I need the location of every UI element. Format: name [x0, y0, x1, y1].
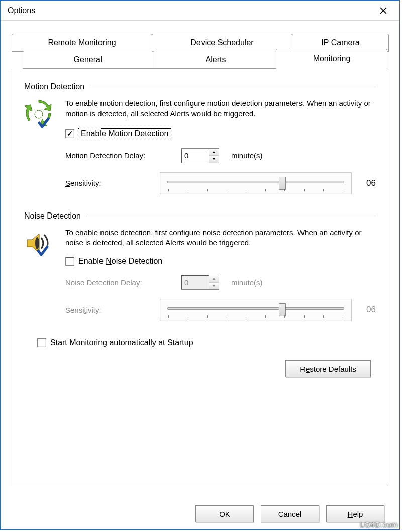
- tab-general[interactable]: General: [23, 51, 153, 69]
- svg-point-1: [35, 237, 39, 249]
- enable-noise-checkbox[interactable]: [65, 257, 74, 266]
- spinner-down-icon[interactable]: ▼: [209, 156, 219, 163]
- tab-alerts[interactable]: Alerts: [153, 51, 278, 69]
- window-title: Options: [8, 6, 372, 15]
- startup-monitoring-checkbox[interactable]: [37, 338, 46, 347]
- tab-device-scheduler[interactable]: Device Scheduler: [152, 34, 292, 52]
- cancel-button[interactable]: Cancel: [261, 505, 319, 522]
- watermark: LO4D.com: [360, 520, 398, 529]
- motion-sensitivity-label: Sensitivity:: [65, 179, 160, 187]
- spinner-up-icon[interactable]: ▲: [209, 149, 219, 156]
- motion-sensitivity-value: 06: [359, 178, 376, 188]
- slider-track: [167, 181, 344, 183]
- slider-track: [167, 307, 344, 310]
- close-icon: [380, 7, 387, 14]
- noise-delay-spinner[interactable]: 0 ▲ ▼: [181, 275, 219, 290]
- monitoring-panel: Motion Detection To: [12, 69, 388, 486]
- dialog-button-row: OK Cancel Help: [195, 505, 384, 522]
- noise-group: To enable noise detection, first configu…: [24, 228, 376, 326]
- slider-ticks: [168, 315, 343, 318]
- enable-motion-checkbox[interactable]: [65, 129, 74, 138]
- svg-point-0: [35, 110, 43, 118]
- startup-monitoring-label: Start Monitoring automatically at Startu…: [50, 338, 193, 347]
- recycle-check-icon: [24, 99, 53, 129]
- slider-thumb[interactable]: [279, 303, 286, 316]
- divider: [89, 87, 376, 87]
- help-button[interactable]: Help: [326, 505, 384, 522]
- ok-button[interactable]: OK: [195, 505, 254, 522]
- close-button[interactable]: [372, 3, 394, 18]
- dialog-content: Remote Monitoring Device Scheduler IP Ca…: [1, 21, 399, 487]
- motion-group-title: Motion Detection: [24, 82, 84, 91]
- speaker-check-icon: [24, 229, 53, 258]
- motion-delay-value[interactable]: 0: [181, 149, 209, 163]
- noise-sensitivity-value: 06: [359, 305, 376, 315]
- titlebar: Options: [1, 1, 399, 21]
- tab-strip: Remote Monitoring Device Scheduler IP Ca…: [12, 34, 388, 70]
- spinner-down-icon[interactable]: ▼: [209, 283, 219, 290]
- noise-delay-unit: minute(s): [231, 278, 263, 287]
- motion-delay-unit: minute(s): [231, 151, 263, 160]
- tab-remote-monitoring[interactable]: Remote Monitoring: [12, 34, 152, 52]
- motion-description: To enable motion detection, first config…: [65, 98, 376, 119]
- noise-delay-value[interactable]: 0: [181, 275, 209, 289]
- noise-delay-label: Noise Detection Delay:: [65, 278, 181, 287]
- motion-delay-spinner[interactable]: 0 ▲ ▼: [181, 148, 219, 163]
- divider: [86, 216, 376, 216]
- motion-sensitivity-slider[interactable]: [160, 172, 352, 194]
- enable-motion-label: Enable Motion Detection: [78, 128, 171, 139]
- enable-noise-label: Enable Noise Detection: [78, 257, 162, 266]
- slider-thumb[interactable]: [279, 177, 286, 190]
- spinner-up-icon[interactable]: ▲: [209, 275, 219, 283]
- motion-group: To enable motion detection, first config…: [24, 98, 376, 198]
- slider-ticks: [168, 189, 343, 192]
- noise-sensitivity-slider[interactable]: [160, 299, 352, 321]
- restore-defaults-button[interactable]: Restore Defaults: [285, 360, 371, 377]
- tab-monitoring[interactable]: Monitoring: [276, 49, 387, 69]
- motion-delay-label: Motion Detection Delay:: [65, 151, 181, 160]
- noise-sensitivity-label: Sensitivity:: [65, 306, 160, 314]
- noise-description: To enable noise detection, first configu…: [65, 228, 376, 248]
- noise-group-header: Noise Detection: [24, 211, 376, 221]
- noise-group-title: Noise Detection: [24, 211, 81, 221]
- options-dialog: Options Remote Monitoring Device Schedul…: [0, 0, 400, 530]
- motion-group-header: Motion Detection: [24, 82, 376, 91]
